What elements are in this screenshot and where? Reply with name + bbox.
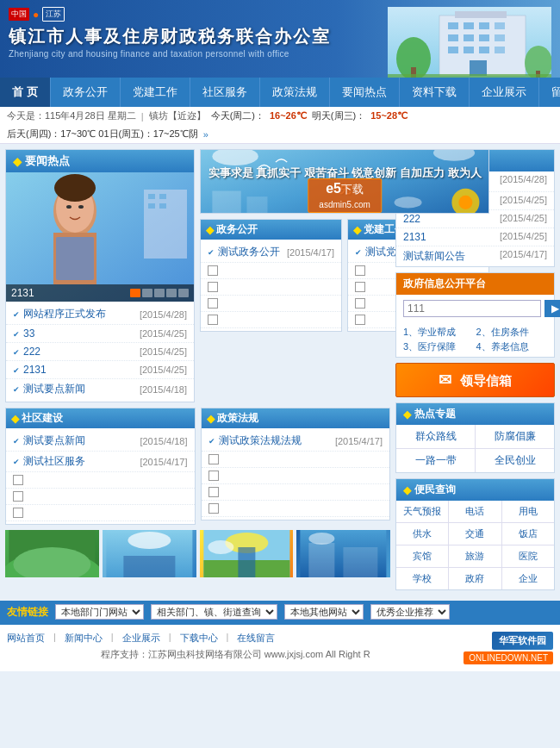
gov-info-input[interactable]	[403, 300, 541, 317]
conv-item-8[interactable]: 医院	[502, 545, 554, 567]
hot-news-header: ◆ 要闻热点	[6, 150, 194, 172]
footer-link-message[interactable]: 在线留言	[237, 632, 275, 645]
conv-item-0[interactable]: 天气预报	[396, 501, 448, 522]
leader-mailbox-banner[interactable]: ✉ 领导信箱	[395, 363, 555, 397]
nav-item-news[interactable]: 要闻热点	[330, 78, 400, 107]
gov-open-item-2[interactable]	[201, 279, 341, 296]
community-item-4[interactable]	[6, 505, 195, 521]
gov-open-list: 测试政务公开 [2015/4/17]	[201, 240, 341, 331]
related-depts-select[interactable]: 相关部门、镇、街道查询	[151, 604, 277, 620]
conv-item-11[interactable]: 企业	[502, 568, 554, 589]
nav-item-community[interactable]: 社区服务	[190, 78, 260, 107]
policy-header: ◆ 政策法规	[202, 408, 390, 428]
community-item-0[interactable]: 测试要点新闻 [2015/4/18]	[6, 431, 195, 452]
gov-info-search: ▶	[396, 295, 554, 322]
nav-item-party[interactable]: 党建工作	[121, 78, 190, 107]
footer-link-enterprise[interactable]: 企业展示	[122, 632, 160, 645]
svg-point-39	[458, 196, 472, 209]
slider-dot-1[interactable]	[130, 289, 140, 297]
footer-link-news[interactable]: 新闻中心	[65, 632, 103, 645]
conv-item-10[interactable]: 政府	[449, 568, 501, 589]
slider-dot-4[interactable]	[166, 289, 177, 297]
footer-brand-area: 华军软件园 ONLINEDOWN.NET	[464, 632, 553, 664]
hot-news-item-1[interactable]: 33 [2015/4/25]	[6, 325, 194, 343]
gallery-item-3[interactable]	[200, 530, 294, 577]
gov-open-item-1[interactable]	[201, 263, 341, 279]
hot-news-item-4[interactable]: 测试要点新闻 [2015/4/18]	[6, 379, 194, 399]
svg-rect-4	[479, 22, 489, 29]
gov-link-3[interactable]: 4、养老信息	[476, 340, 548, 353]
hot-news-item-3[interactable]: 2131 [2015/4/25]	[6, 361, 194, 379]
hot-topics-box: ◆ 热点专题 群众路线 防腐倡廉 一路一带 全民创业	[395, 402, 555, 473]
gov-open-item-0[interactable]: 测试政务公开 [2015/4/17]	[201, 242, 341, 263]
slider-container[interactable]: 2131	[6, 172, 194, 302]
hot-topic-1[interactable]: 防腐倡廉	[476, 425, 554, 448]
leader-mailbox-label: 领导信箱	[460, 373, 512, 388]
svg-rect-33	[159, 203, 166, 209]
conv-item-1[interactable]: 电话	[449, 501, 501, 522]
weather-tomorrow-temp: 15~28℃	[370, 110, 408, 122]
gov-link-1[interactable]: 2、住房条件	[476, 326, 548, 339]
onlinedown-logo[interactable]: ONLINEDOWN.NET	[464, 651, 553, 664]
gov-link-0[interactable]: 1、学业帮成	[403, 326, 475, 339]
svg-point-27	[54, 174, 96, 202]
slider-dot-5[interactable]	[178, 289, 189, 297]
conv-item-9[interactable]: 学校	[396, 568, 448, 589]
gallery-item-1[interactable]	[5, 530, 99, 577]
notif-item-4[interactable]: 测试新闻公告 [2015/4/17]	[396, 246, 554, 266]
hot-topic-0[interactable]: 群众路线	[396, 425, 475, 448]
local-sites-select[interactable]: 本地部门门网站	[55, 604, 144, 620]
community-col: ◆ 社区建设 测试要点新闻 [2015/4/18] 测试社区服务 [2015/4…	[5, 408, 196, 530]
svg-point-46	[128, 532, 171, 549]
hot-news-item-0[interactable]: 网站程序正式发布 [2015/4/28]	[6, 304, 194, 325]
huajun-logo[interactable]: 华军软件园	[492, 632, 553, 650]
header-titles: 中国 ● 江苏 镇江市人事及住房财政税务联合办公室 Zhenjiang city…	[9, 7, 388, 59]
conv-item-5[interactable]: 饭店	[502, 523, 554, 545]
hot-news-item-2[interactable]: 222 [2015/4/25]	[6, 343, 194, 361]
conv-item-6[interactable]: 宾馆	[396, 545, 448, 567]
conv-item-7[interactable]: 旅游	[449, 545, 501, 567]
policy-item-0[interactable]: 测试政策法规法规 [2015/4/17]	[202, 431, 390, 452]
nav-item-gov-open[interactable]: 政务公开	[51, 78, 121, 107]
conv-item-4[interactable]: 交通	[449, 523, 501, 545]
hot-topic-2[interactable]: 一路一带	[396, 449, 475, 472]
weather-arrow[interactable]: »	[203, 129, 208, 140]
nav-item-download[interactable]: 资料下载	[400, 78, 470, 107]
footer-link-home[interactable]: 网站首页	[7, 632, 45, 645]
gov-open-item-4[interactable]	[201, 312, 341, 328]
hot-news-title: 要闻热点	[25, 153, 70, 169]
other-local-select[interactable]: 本地其他网站	[284, 604, 364, 620]
gov-open-col: ◆ 政务公开 测试政务公开 [2015/4/17]	[200, 219, 342, 337]
enterprise-select[interactable]: 优秀企业推荐	[370, 604, 450, 620]
weather-today-temp: 16~26℃	[270, 110, 307, 122]
nav-item-enterprise[interactable]: 企业展示	[470, 78, 539, 107]
slider-dot-3[interactable]	[154, 289, 165, 297]
svg-rect-10	[448, 47, 458, 53]
svg-rect-6	[448, 34, 458, 41]
svg-rect-55	[344, 547, 378, 577]
slider-dot-2[interactable]	[142, 289, 152, 297]
notif-item-3[interactable]: 2131 [2015/4/25]	[396, 228, 554, 246]
gallery-item-4[interactable]	[296, 530, 390, 577]
nav-item-home[interactable]: 首 页	[0, 78, 51, 107]
conv-item-3[interactable]: 供水	[396, 523, 448, 545]
conv-item-2[interactable]: 用电	[502, 501, 554, 522]
footer-link-download[interactable]: 下载中心	[180, 632, 218, 645]
gov-info-search-btn[interactable]: ▶	[544, 300, 560, 317]
gov-open-item-3[interactable]	[201, 296, 341, 312]
policy-item-3[interactable]	[202, 484, 390, 501]
news-slider: ◆ 要闻热点	[5, 149, 195, 402]
gov-link-2[interactable]: 3、医疗保障	[403, 340, 475, 353]
policy-item-1[interactable]	[202, 452, 390, 468]
hot-topic-3[interactable]: 全民创业	[476, 449, 554, 472]
nav-item-message[interactable]: 留言交流	[539, 78, 560, 107]
community-item-1[interactable]: 测试社区服务 [2015/4/17]	[6, 452, 195, 472]
svg-rect-29	[144, 190, 187, 259]
policy-item-4[interactable]	[202, 501, 390, 517]
community-item-2[interactable]	[6, 472, 195, 489]
nav-item-policy[interactable]: 政策法规	[260, 78, 330, 107]
community-item-3[interactable]	[6, 489, 195, 505]
policy-item-2[interactable]	[202, 468, 390, 484]
gallery-item-2[interactable]	[103, 530, 196, 577]
flag-cn: 中国	[9, 8, 29, 21]
